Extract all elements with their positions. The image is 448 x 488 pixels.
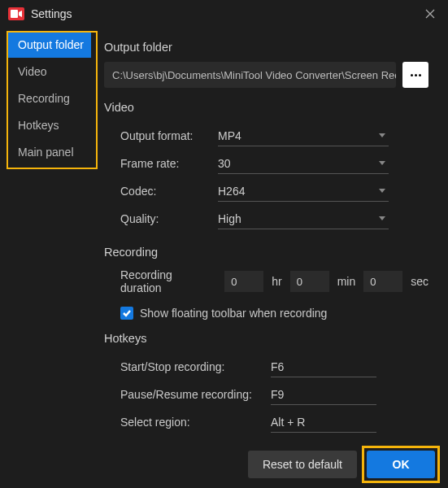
sidebar-item-label: Main panel [18,146,74,159]
app-icon [8,7,24,20]
field-quality: Quality: High [120,205,428,233]
dropdown-value: MP4 [218,129,241,142]
start-stop-label: Start/Stop recording: [120,360,271,373]
close-button[interactable] [420,4,440,24]
section-title-output-folder: Output folder [104,41,428,54]
select-region-label: Select region: [120,416,271,429]
close-icon [425,9,435,19]
output-format-dropdown[interactable]: MP4 [218,125,389,146]
field-codec: Codec: H264 [120,177,428,205]
sidebar-item-label: Video [18,65,47,78]
section-title-recording: Recording [104,246,428,259]
settings-window: Settings Output folder Video Recording H… [0,0,448,488]
sidebar-item-label: Output folder [18,38,84,51]
frame-rate-label: Frame rate: [120,157,218,170]
ok-button[interactable]: OK [367,451,435,478]
content-wrap: Output folder C:\Users\bj\Documents\Mini… [98,28,448,441]
pause-resume-label: Pause/Resume recording: [120,388,271,401]
show-toolbar-label: Show floating toolbar when recording [140,307,327,320]
duration-min-input[interactable]: 0 [290,271,329,292]
select-region-input[interactable]: Alt + R [271,412,376,433]
dropdown-value: High [218,212,241,225]
ellipsis-icon [411,74,421,76]
sidebar-item-label: Hotkeys [18,119,59,132]
content[interactable]: Output folder C:\Users\bj\Documents\Mini… [98,28,448,441]
hotkey-row-pause-resume: Pause/Resume recording: F9 [120,381,428,408]
dropdown-value: H264 [218,185,245,198]
titlebar: Settings [0,0,448,28]
codec-dropdown[interactable]: H264 [218,181,389,202]
sidebar: Output folder Video Recording Hotkeys Ma… [0,28,98,441]
footer: Reset to default OK [0,441,448,488]
output-folder-row: C:\Users\bj\Documents\MiniTool Video Con… [104,62,428,88]
hotkey-row-select-region: Select region: Alt + R [120,408,428,436]
browse-button[interactable] [402,62,428,88]
output-format-label: Output format: [120,129,218,142]
pause-resume-input[interactable]: F9 [271,384,376,405]
recording-duration-row: Recording duration 0 hr 0 min 0 sec [120,267,428,296]
sidebar-item-video[interactable]: Video [7,59,91,85]
chevron-down-icon [379,161,385,165]
chevron-down-icon [379,216,385,220]
section-title-video: Video [104,101,428,114]
quality-label: Quality: [120,212,218,225]
chevron-down-icon [379,133,385,137]
section-title-hotkeys: Hotkeys [104,332,428,345]
field-frame-rate: Frame rate: 30 [120,150,428,177]
hotkey-row-full-screen: Full screen: Alt + F [120,436,428,441]
reset-to-default-button[interactable]: Reset to default [248,451,357,478]
codec-label: Codec: [120,185,218,198]
quality-dropdown[interactable]: High [218,208,389,229]
hr-unit: hr [272,275,281,288]
sidebar-item-hotkeys[interactable]: Hotkeys [7,112,91,138]
check-icon [122,308,132,318]
window-title: Settings [31,7,420,20]
recording-duration-label: Recording duration [120,268,216,294]
body: Output folder Video Recording Hotkeys Ma… [0,28,448,441]
sidebar-item-label: Recording [18,92,70,105]
full-screen-input[interactable]: Alt + F [271,439,376,441]
min-unit: min [337,275,356,288]
sidebar-item-output-folder[interactable]: Output folder [7,32,91,58]
frame-rate-dropdown[interactable]: 30 [218,153,389,174]
sec-unit: sec [411,275,428,288]
output-folder-path[interactable]: C:\Users\bj\Documents\MiniTool Video Con… [104,62,396,88]
sidebar-item-recording[interactable]: Recording [7,85,91,111]
show-toolbar-checkbox[interactable] [120,307,133,320]
duration-hr-input[interactable]: 0 [224,271,263,292]
show-toolbar-row: Show floating toolbar when recording [120,301,428,325]
path-text: C:\Users\bj\Documents\MiniTool Video Con… [112,69,396,81]
field-output-format: Output format: MP4 [120,122,428,150]
dropdown-value: 30 [218,157,231,170]
svg-rect-0 [11,10,18,18]
sidebar-item-main-panel[interactable]: Main panel [7,139,91,165]
hotkey-row-start-stop: Start/Stop recording: F6 [120,353,428,381]
duration-sec-input[interactable]: 0 [363,271,402,292]
chevron-down-icon [379,189,385,193]
start-stop-input[interactable]: F6 [271,356,376,377]
